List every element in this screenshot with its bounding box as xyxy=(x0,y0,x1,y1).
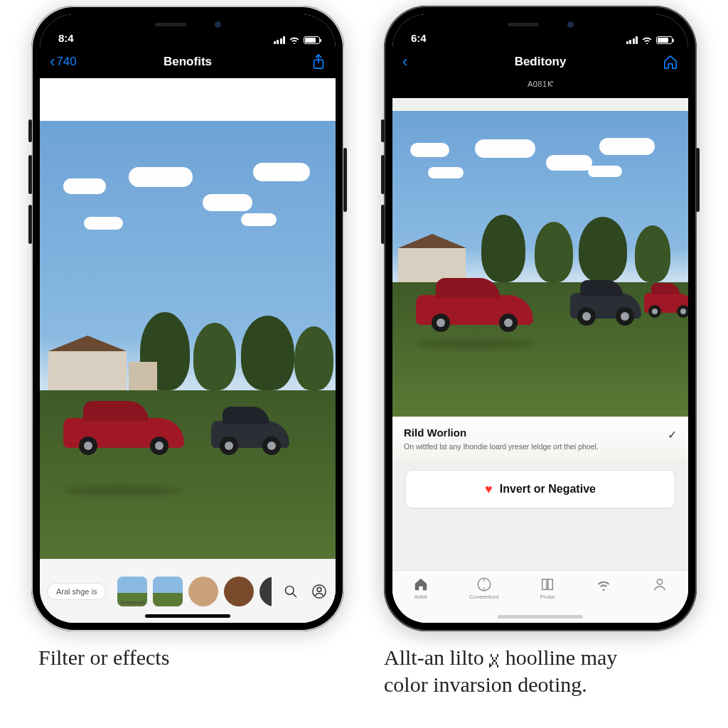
nav-bar: ‹ Beditony xyxy=(392,46,688,78)
car-dark xyxy=(570,293,641,318)
home-icon xyxy=(663,55,678,69)
back-label: 740 xyxy=(56,55,76,69)
search-icon xyxy=(284,584,298,599)
main-photo[interactable] xyxy=(392,111,688,417)
description-card: Rild Worlion On wittfed lst any Ihondie … xyxy=(392,417,688,460)
thumb: Ad xyxy=(259,577,272,606)
back-button[interactable]: ‹ xyxy=(402,54,407,70)
back-button[interactable]: ‹ 740 xyxy=(50,54,77,70)
cellular-icon xyxy=(274,36,286,44)
profile-button[interactable] xyxy=(310,582,328,601)
home-nav-button[interactable] xyxy=(663,55,678,69)
screen-left: 8:4 ‹ 740 Benofits xyxy=(40,14,336,623)
heart-icon: ♥ xyxy=(485,482,493,497)
thumb xyxy=(224,577,254,606)
main-photo[interactable] xyxy=(40,121,336,601)
compass-icon xyxy=(476,577,492,592)
tab-signal[interactable] xyxy=(596,577,611,594)
thumbnail-row[interactable]: Giosanvois Ad AI Eor xyxy=(117,577,272,606)
share-button[interactable] xyxy=(311,54,326,70)
chevron-left-icon: ‹ xyxy=(402,54,407,70)
screen-right: 6:4 ‹ Beditony A081Ƙ xyxy=(392,14,688,623)
status-time: 8:4 xyxy=(58,32,74,44)
caption-left: Filter or effects xyxy=(38,644,337,671)
profile-icon xyxy=(311,584,327,599)
tab-library[interactable]: Pross xyxy=(540,577,555,600)
filter-chip[interactable]: Aral shge is xyxy=(47,583,106,600)
chevron-left-icon: ‹ xyxy=(50,54,55,70)
nav-title: Beditony xyxy=(392,55,688,69)
content-area: Rild Worlion On wittfed lst any Ihondie … xyxy=(392,98,688,623)
invert-button-label: Invert or Negative xyxy=(500,483,596,496)
wifi-icon xyxy=(596,577,611,592)
home-icon xyxy=(413,577,429,592)
status-time: 6:4 xyxy=(411,32,427,44)
phone-left: 8:4 ‹ 740 Benofits xyxy=(31,6,344,631)
thumb xyxy=(153,577,183,606)
home-indicator[interactable] xyxy=(498,615,583,619)
search-button[interactable] xyxy=(282,582,300,601)
svg-point-5 xyxy=(658,579,663,584)
invert-button[interactable]: ♥ Invert or Negative xyxy=(405,470,675,508)
thumb: Giosanvois xyxy=(117,577,147,606)
tab-profile[interactable] xyxy=(652,577,668,594)
wifi-icon xyxy=(641,36,653,44)
battery-icon xyxy=(304,36,320,44)
card-body: On wittfed lst any Ihondie loard yreser … xyxy=(404,441,677,451)
battery-icon xyxy=(656,36,673,44)
home-indicator[interactable] xyxy=(145,614,230,618)
content-area: Aral shge is Giosanvois Ad AI Eor xyxy=(40,78,336,623)
wifi-icon xyxy=(289,36,300,44)
nav-title: Benofits xyxy=(40,55,336,69)
nav-subtitle: A081Ƙ xyxy=(392,78,688,98)
phone-right: 6:4 ‹ Beditony A081Ƙ xyxy=(384,6,697,631)
share-icon xyxy=(311,54,326,70)
car-dark xyxy=(211,421,289,448)
status-indicators xyxy=(626,36,673,44)
person-icon xyxy=(652,577,668,592)
book-icon xyxy=(540,577,555,592)
nav-bar: ‹ 740 Benofits xyxy=(40,46,336,78)
car-red-small xyxy=(644,293,688,313)
check-icon: ✓ xyxy=(668,428,677,441)
filter-strip: Aral shge is Giosanvois Ad AI Eor xyxy=(40,559,336,623)
status-indicators xyxy=(274,36,321,44)
car-red xyxy=(416,295,533,325)
notch xyxy=(127,14,248,34)
tab-explore[interactable]: Coveentord xyxy=(469,577,498,600)
cellular-icon xyxy=(626,36,638,44)
notch xyxy=(480,14,601,34)
car-red xyxy=(63,418,184,448)
thumb xyxy=(188,577,218,606)
caption-right: Allt-an lilto ꭕ hoolline may color invar… xyxy=(384,644,697,697)
tab-home[interactable]: Adeli xyxy=(413,577,429,600)
tab-bar: Adeli Coveentord Pross xyxy=(392,570,688,623)
svg-point-3 xyxy=(317,587,321,592)
card-heading: Rild Worlion xyxy=(404,427,677,439)
